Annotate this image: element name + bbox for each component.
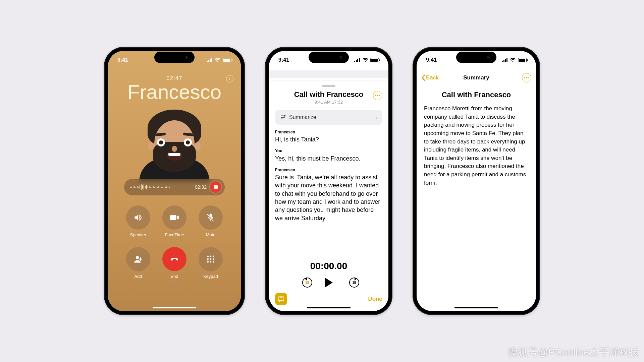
mic-off-icon <box>206 213 215 222</box>
svg-point-6 <box>213 258 214 260</box>
watermark: 搜狐号@PConline太平洋科技 <box>508 346 639 359</box>
keypad-button[interactable]: Keypad <box>196 247 226 284</box>
sheet-grabber[interactable] <box>322 85 335 87</box>
transcript-body[interactable]: Francesco Hi, is this Tania? You Yes, hi… <box>269 129 388 259</box>
skip-forward-icon: 15 <box>349 278 359 288</box>
chevron-right-icon: › <box>376 114 378 121</box>
dynamic-island <box>456 52 496 63</box>
transcript-message: You Yes, hi, this must be Francesco. <box>275 148 382 162</box>
svg-point-4 <box>207 258 209 260</box>
wifi-icon <box>362 58 368 62</box>
phone-transcript: 9:41 Call with Francesco 9:41 AM 17:32 •… <box>265 47 392 315</box>
battery-icon <box>223 58 231 62</box>
back-button[interactable]: Back <box>421 74 439 81</box>
call-screen: i 02:47 Francesco 02:32 <box>108 51 241 311</box>
status-time: 9:41 <box>278 57 289 63</box>
facetime-button[interactable]: FaceTime <box>159 205 190 242</box>
speaker-button[interactable]: Speaker <box>123 205 153 242</box>
dynamic-island <box>154 52 195 63</box>
nav-title: Summary <box>463 74 489 81</box>
play-icon <box>325 278 333 288</box>
svg-point-0 <box>136 256 139 259</box>
svg-point-8 <box>210 261 212 263</box>
audio-player: 00:00.00 15 15 <box>269 259 388 293</box>
transcript-sheet: Call with Francesco 9:41 AM 17:32 ••• Su… <box>269 80 388 311</box>
video-icon <box>170 213 179 222</box>
playback-time: 00:00.00 <box>310 261 347 272</box>
battery-icon <box>518 58 527 62</box>
quote-bubble-icon: "" <box>278 296 284 302</box>
summary-text: Francesco Moretti from the moving compan… <box>424 105 529 187</box>
more-button[interactable]: ••• <box>373 91 382 100</box>
speaker-icon <box>133 213 143 222</box>
note-title: Call with Francesco <box>294 90 364 99</box>
skip-back-button[interactable]: 15 <box>298 277 309 288</box>
info-icon[interactable]: i <box>226 75 233 82</box>
svg-point-2 <box>210 256 212 257</box>
battery-icon <box>370 58 379 62</box>
dynamic-island <box>309 52 349 63</box>
mute-button[interactable]: Mute <box>196 205 226 242</box>
cellular-icon <box>207 58 213 62</box>
add-call-button[interactable]: Add <box>123 247 153 284</box>
transcript-toggle-button[interactable]: "" <box>275 293 287 305</box>
recording-time: 02:32 <box>195 184 207 190</box>
summary-title: Call with Francesco <box>424 90 529 99</box>
skip-forward-button[interactable]: 15 <box>348 277 360 288</box>
svg-point-5 <box>210 258 212 260</box>
transcript-message: Francesco Hi, is this Tania? <box>275 129 382 143</box>
play-button[interactable] <box>323 277 334 288</box>
home-indicator[interactable] <box>454 307 498 308</box>
keypad-icon <box>206 254 215 264</box>
home-indicator[interactable] <box>153 307 196 308</box>
phone-call: 9:41 i 02:47 Francesco <box>104 47 245 315</box>
chevron-left-icon <box>421 74 425 81</box>
cellular-icon <box>502 58 508 62</box>
home-indicator[interactable] <box>307 307 351 308</box>
svg-point-3 <box>213 256 214 257</box>
skip-back-icon: 15 <box>302 278 312 288</box>
svg-point-1 <box>207 256 209 257</box>
transcript-message: Francesco Sure is. Tania, we're all read… <box>275 167 382 222</box>
phone-down-icon <box>170 254 179 264</box>
add-person-icon <box>133 254 143 264</box>
note-subtitle: 9:41 AM 17:32 <box>294 100 364 105</box>
stop-recording-button[interactable] <box>210 181 221 193</box>
more-button[interactable]: ••• <box>522 73 531 82</box>
svg-point-10 <box>284 115 285 116</box>
svg-text:"": "" <box>280 297 282 300</box>
phone-summary: 9:41 Back Summary ••• Call with Francesc… <box>413 47 540 315</box>
summary-body: Call with Francesco Francesco Moretti fr… <box>417 85 536 192</box>
caller-name: Francesco <box>127 80 221 104</box>
summarize-button[interactable]: Summarize › <box>275 110 382 125</box>
waveform-icon <box>130 183 192 191</box>
status-time: 9:41 <box>117 57 128 63</box>
nav-bar: Back Summary ••• <box>417 70 536 85</box>
cellular-icon <box>354 58 360 62</box>
svg-point-9 <box>213 261 214 263</box>
summarize-icon <box>280 114 286 120</box>
recording-pill: 02:32 <box>124 179 225 195</box>
status-time: 9:41 <box>426 57 437 63</box>
svg-point-7 <box>207 261 209 263</box>
end-call-button[interactable]: End <box>159 247 190 284</box>
done-button[interactable]: Done <box>368 296 383 302</box>
wifi-icon <box>510 58 516 62</box>
wifi-icon <box>215 58 221 62</box>
contact-memoji <box>138 105 211 182</box>
